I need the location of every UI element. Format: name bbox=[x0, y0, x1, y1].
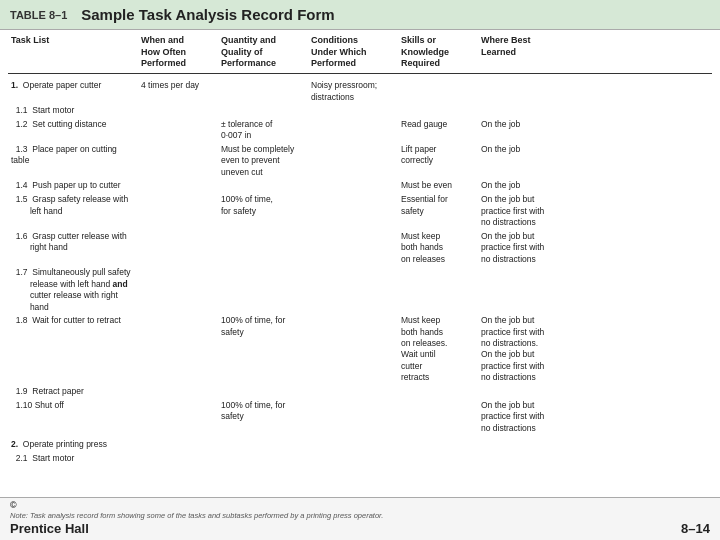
table-row: 1.8 Wait for cutter to retract 100% of t… bbox=[8, 314, 712, 385]
cell-where bbox=[478, 386, 548, 398]
cell-quantity bbox=[218, 80, 308, 103]
cell-conditions bbox=[308, 105, 398, 117]
cell-skills bbox=[398, 80, 478, 103]
cell-when bbox=[138, 194, 218, 228]
cell-quantity bbox=[218, 386, 308, 398]
table-row: 1.5 Grasp safety release with left hand … bbox=[8, 193, 712, 229]
cell-quantity bbox=[218, 231, 308, 265]
table-row: 1.10 Shut off 100% of time, forsafety On… bbox=[8, 399, 712, 435]
cell-where bbox=[478, 80, 548, 103]
cell-conditions bbox=[308, 144, 398, 178]
column-headers: Task List When andHow OftenPerformed Qua… bbox=[8, 34, 712, 74]
data-rows: 1. Operate paper cutter 4 times per day … bbox=[8, 76, 712, 466]
cell-conditions bbox=[308, 315, 398, 384]
prentice-hall-label: Prentice Hall bbox=[10, 521, 383, 536]
cell-where bbox=[478, 453, 548, 465]
page: TABLE 8–1 Sample Task Analysis Record Fo… bbox=[0, 0, 720, 540]
cell-when bbox=[138, 119, 218, 142]
cell-skills: Essential forsafety bbox=[398, 194, 478, 228]
cell-when bbox=[138, 144, 218, 178]
cell-quantity bbox=[218, 105, 308, 117]
cell-conditions bbox=[308, 267, 398, 313]
cell-task: 1.2 Set cutting distance bbox=[8, 119, 138, 142]
copyright-line: © bbox=[10, 500, 383, 510]
footer: © Note: Task analysis record form showin… bbox=[0, 497, 720, 540]
cell-skills: Read gauge bbox=[398, 119, 478, 142]
cell-where: On the job bbox=[478, 180, 548, 192]
col-header-task: Task List bbox=[8, 34, 138, 71]
header-title: Sample Task Analysis Record Form bbox=[81, 6, 334, 23]
table-row: 1.3 Place paper on cutting table Must be… bbox=[8, 143, 712, 179]
cell-quantity: 100% of time, forsafety bbox=[218, 315, 308, 384]
table-row: 2. Operate printing press bbox=[8, 438, 712, 452]
cell-where: On the job butpractice first withno dist… bbox=[478, 400, 548, 434]
cell-skills bbox=[398, 386, 478, 398]
cell-when bbox=[138, 105, 218, 117]
cell-task: 1.6 Grasp cutter release with right hand bbox=[8, 231, 138, 265]
col-header-conditions: ConditionsUnder WhichPerformed bbox=[308, 34, 398, 71]
cell-where bbox=[478, 105, 548, 117]
cell-where: On the job bbox=[478, 144, 548, 178]
cell-task: 1.9 Retract paper bbox=[8, 386, 138, 398]
table-row: 1.4 Push paper up to cutter Must be even… bbox=[8, 179, 712, 193]
table-row: 1.1 Start motor bbox=[8, 104, 712, 118]
table-row: 1.2 Set cutting distance ± tolerance of0… bbox=[8, 118, 712, 143]
note-line: Note: Task analysis record form showing … bbox=[10, 511, 383, 520]
cell-conditions bbox=[308, 439, 398, 451]
cell-task: 1.8 Wait for cutter to retract bbox=[8, 315, 138, 384]
cell-when bbox=[138, 231, 218, 265]
cell-when bbox=[138, 400, 218, 434]
table-row: 1. Operate paper cutter 4 times per day … bbox=[8, 79, 712, 104]
cell-task: 1. Operate paper cutter bbox=[8, 80, 138, 103]
cell-quantity bbox=[218, 180, 308, 192]
cell-task: 2. Operate printing press bbox=[8, 439, 138, 451]
cell-skills bbox=[398, 267, 478, 313]
cell-skills bbox=[398, 453, 478, 465]
table-row: 1.6 Grasp cutter release with right hand… bbox=[8, 230, 712, 266]
cell-quantity: 100% of time, forsafety bbox=[218, 400, 308, 434]
table-area: Task List When andHow OftenPerformed Qua… bbox=[0, 30, 720, 497]
cell-where: On the job butpractice first withno dist… bbox=[478, 231, 548, 265]
cell-where: On the job butpractice first withno dist… bbox=[478, 315, 548, 384]
table-row: 1.7 Simultaneously pull safety release w… bbox=[8, 266, 712, 314]
cell-quantity bbox=[218, 439, 308, 451]
cell-conditions bbox=[308, 119, 398, 142]
cell-task: 1.4 Push paper up to cutter bbox=[8, 180, 138, 192]
page-number: 8–14 bbox=[681, 521, 710, 536]
cell-skills: Must keepboth handson releases bbox=[398, 231, 478, 265]
col-header-quantity: Quantity andQuality ofPerformance bbox=[218, 34, 308, 71]
cell-task: 2.1 Start motor bbox=[8, 453, 138, 465]
table-label: TABLE 8–1 bbox=[10, 9, 67, 21]
cell-task: 1.10 Shut off bbox=[8, 400, 138, 434]
table-row: 1.9 Retract paper bbox=[8, 385, 712, 399]
cell-quantity: Must be completelyeven to preventuneven … bbox=[218, 144, 308, 178]
cell-conditions: Noisy pressroom;distractions bbox=[308, 80, 398, 103]
cell-task: 1.1 Start motor bbox=[8, 105, 138, 117]
cell-where: On the job butpractice first withno dist… bbox=[478, 194, 548, 228]
cell-when bbox=[138, 180, 218, 192]
cell-when bbox=[138, 453, 218, 465]
cell-conditions bbox=[308, 386, 398, 398]
cell-task: 1.7 Simultaneously pull safety release w… bbox=[8, 267, 138, 313]
cell-when bbox=[138, 315, 218, 384]
cell-conditions bbox=[308, 231, 398, 265]
cell-when bbox=[138, 439, 218, 451]
cell-quantity: 100% of time,for safety bbox=[218, 194, 308, 228]
cell-where bbox=[478, 439, 548, 451]
copyright-symbol: © bbox=[10, 500, 17, 510]
cell-skills: Lift papercorrectly bbox=[398, 144, 478, 178]
cell-quantity bbox=[218, 453, 308, 465]
col-header-where: Where BestLearned bbox=[478, 34, 548, 71]
cell-conditions bbox=[308, 453, 398, 465]
cell-conditions bbox=[308, 180, 398, 192]
cell-where bbox=[478, 267, 548, 313]
cell-task: 1.3 Place paper on cutting table bbox=[8, 144, 138, 178]
cell-quantity: ± tolerance of0·007 in bbox=[218, 119, 308, 142]
cell-skills: Must be even bbox=[398, 180, 478, 192]
cell-when bbox=[138, 267, 218, 313]
cell-when: 4 times per day bbox=[138, 80, 218, 103]
cell-skills bbox=[398, 400, 478, 434]
col-header-skills: Skills orKnowledgeRequired bbox=[398, 34, 478, 71]
cell-skills: Must keepboth handson releases.Wait unti… bbox=[398, 315, 478, 384]
cell-conditions bbox=[308, 194, 398, 228]
